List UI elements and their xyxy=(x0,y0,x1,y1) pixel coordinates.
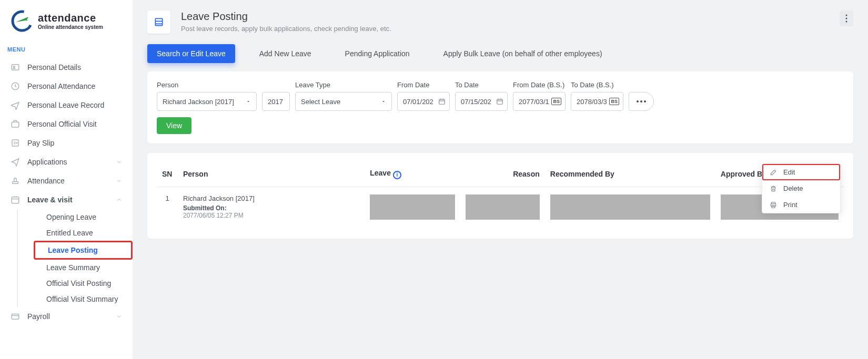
info-icon[interactable]: i xyxy=(393,171,401,179)
main-content: Leave Posting Post leave records, apply … xyxy=(133,0,868,359)
results-table: SN Person Leavei Reason Recommended By A… xyxy=(157,165,844,227)
logo-icon xyxy=(11,9,34,33)
header-more-button[interactable] xyxy=(840,11,853,26)
tab-bar: Search or Edit Leave Add New Leave Pendi… xyxy=(133,44,868,71)
ctx-print[interactable]: Print xyxy=(762,197,840,213)
sidebar-sub-entitled-leave[interactable]: Entitled Leave xyxy=(34,225,133,241)
sidebar-item-personal-attendance[interactable]: Personal Attendance xyxy=(0,77,133,96)
trash-icon xyxy=(770,185,777,192)
from-bs-label: From Date (B.S.) xyxy=(513,81,566,89)
chevron-down-icon xyxy=(246,99,251,104)
svg-rect-15 xyxy=(497,99,503,104)
cell-leave xyxy=(365,187,460,227)
to-bs-label: To Date (B.S.) xyxy=(571,81,623,89)
send-icon xyxy=(11,157,20,167)
sidebar-item-leave-visit[interactable]: Leave & visit xyxy=(0,190,133,209)
receipt-icon xyxy=(11,138,20,148)
sidebar-sub-official-visit-summary[interactable]: Official Visit Summary xyxy=(34,291,133,307)
sidebar-item-label: Payroll xyxy=(27,312,50,321)
col-reason: Reason xyxy=(460,165,545,187)
bs-calendar-icon[interactable]: BS xyxy=(609,98,619,105)
calendar-icon[interactable] xyxy=(496,98,503,105)
to-date-label: To Date xyxy=(455,81,508,89)
year-input[interactable] xyxy=(262,92,290,111)
page-subtitle: Post leave records, apply bulk applicati… xyxy=(181,25,391,33)
logo[interactable]: attendance Online attendance system xyxy=(0,9,133,43)
filter-panel: Person Richard Jackson [2017] Leave Type xyxy=(147,71,853,143)
col-sn: SN xyxy=(157,165,178,187)
col-recommended: Recommended By xyxy=(545,165,715,187)
person-select[interactable]: Richard Jackson [2017] xyxy=(157,92,257,111)
chevron-down-icon xyxy=(116,178,122,184)
printer-icon xyxy=(770,201,777,209)
tab-search-edit[interactable]: Search or Edit Leave xyxy=(147,44,235,63)
sidebar-item-personal-leave-record[interactable]: Personal Leave Record xyxy=(0,96,133,115)
cell-reason xyxy=(460,187,545,227)
menu-header: MENU xyxy=(0,43,133,58)
view-button[interactable]: View xyxy=(157,117,191,134)
tab-pending[interactable]: Pending Application xyxy=(336,44,419,63)
page-title: Leave Posting xyxy=(181,11,391,23)
sidebar-sub-leave-posting[interactable]: Leave Posting xyxy=(34,241,133,260)
leave-type-select[interactable]: Select Leave xyxy=(295,92,392,111)
sidebar-item-attendance[interactable]: Attendance xyxy=(0,171,133,190)
cell-sn: 1 xyxy=(157,187,178,227)
leave-type-label: Leave Type xyxy=(295,81,392,89)
sidebar-item-applications[interactable]: Applications xyxy=(0,152,133,171)
logo-title: attendance xyxy=(38,12,103,24)
context-menu: Edit Delete Print xyxy=(762,163,841,213)
redacted-block xyxy=(550,194,710,220)
bs-calendar-icon[interactable]: BS xyxy=(551,98,561,105)
col-person: Person xyxy=(178,165,365,187)
sidebar-sub-leave-summary[interactable]: Leave Summary xyxy=(34,260,133,275)
svg-point-17 xyxy=(640,100,642,102)
svg-point-16 xyxy=(637,100,639,102)
ctx-delete[interactable]: Delete xyxy=(762,180,840,197)
page-header: Leave Posting Post leave records, apply … xyxy=(133,0,868,44)
svg-point-2 xyxy=(13,66,15,68)
from-date-label: From Date xyxy=(397,81,450,89)
stamp-icon xyxy=(11,176,20,186)
tab-bulk[interactable]: Apply Bulk Leave (on behalf of other emp… xyxy=(434,44,612,63)
sidebar-item-label: Attendance xyxy=(27,177,65,185)
wallet-icon xyxy=(11,312,20,321)
svg-point-6 xyxy=(16,142,17,143)
svg-rect-8 xyxy=(12,197,19,203)
logo-sub: Online attendance system xyxy=(38,24,103,30)
table-row[interactable]: 1 Richard Jackson [2017] Submitted On: 2… xyxy=(157,187,844,227)
sidebar-item-label: Leave & visit xyxy=(27,196,73,204)
plane-icon xyxy=(11,100,20,110)
sidebar-item-personal-details[interactable]: Personal Details xyxy=(0,58,133,77)
page-header-icon xyxy=(147,11,170,34)
sidebar-sub-opening-leave[interactable]: Opening Leave xyxy=(34,209,133,225)
calendar-grid-icon xyxy=(11,195,20,204)
svg-rect-14 xyxy=(439,99,445,104)
clock-icon xyxy=(11,81,20,91)
redacted-block xyxy=(466,194,540,220)
sidebar-item-personal-official-visit[interactable]: Personal Official Visit xyxy=(0,115,133,134)
more-filters-button[interactable] xyxy=(629,92,654,111)
tab-add-new[interactable]: Add New Leave xyxy=(250,44,321,63)
person-label: Person xyxy=(157,81,257,89)
redacted-block xyxy=(370,194,455,220)
svg-rect-10 xyxy=(155,18,162,25)
sidebar-item-label: Personal Leave Record xyxy=(27,101,104,109)
cell-recommended xyxy=(545,187,715,227)
col-leave: Leavei xyxy=(365,165,460,187)
calendar-icon[interactable] xyxy=(438,98,446,105)
sidebar-item-label: Personal Attendance xyxy=(27,82,95,90)
ctx-edit[interactable]: Edit xyxy=(762,164,840,180)
sidebar-item-payroll[interactable]: Payroll xyxy=(0,307,133,326)
pencil-icon xyxy=(770,169,777,176)
sidebar-sub-official-visit-posting[interactable]: Official Visit Posting xyxy=(34,275,133,291)
cell-person: Richard Jackson [2017] Submitted On: 207… xyxy=(178,187,365,227)
svg-point-13 xyxy=(846,21,847,23)
chevron-down-icon xyxy=(381,99,386,104)
svg-rect-7 xyxy=(13,182,18,184)
sidebar-item-label: Personal Details xyxy=(27,63,81,71)
sidebar-item-pay-slip[interactable]: Pay Slip xyxy=(0,134,133,152)
id-card-icon xyxy=(11,63,20,72)
sidebar: attendance Online attendance system MENU… xyxy=(0,0,133,359)
sidebar-subgroup-leave-visit: Opening Leave Entitled Leave Leave Posti… xyxy=(17,209,133,307)
svg-rect-9 xyxy=(12,314,19,320)
